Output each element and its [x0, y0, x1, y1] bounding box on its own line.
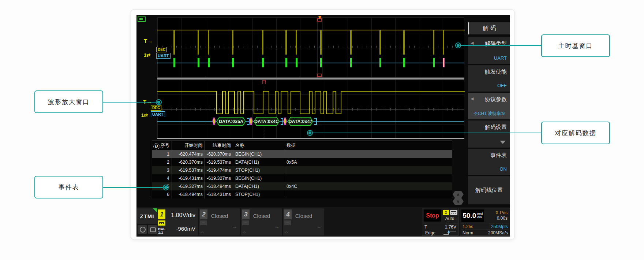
zoom-region-left-edge[interactable] [318, 18, 318, 77]
scroll-down-button[interactable]: ∨ [453, 198, 464, 205]
dec-label-main: DEC [156, 47, 167, 52]
ch4-minus-badge: – [284, 220, 291, 225]
zoom-region-right-edge[interactable] [322, 18, 322, 77]
trigger-level-label: T [424, 224, 427, 230]
menu-item-event-table[interactable]: 事件表 ON [468, 149, 510, 175]
decode-data-box: DATA:0x4C [254, 117, 280, 126]
menu-item-decode-settings[interactable]: 解码设置 [468, 120, 510, 148]
table-row[interactable]: 6 -618.494ms -618.431ms STOP(CH1) [152, 190, 452, 198]
ch3-sub: -:- [243, 230, 246, 234]
callout-line [312, 133, 541, 133]
event-table: B序号 开始时间 结束时间 名称 数据 1 -620.474ms -620.37… [152, 141, 452, 198]
ch1-waveform-main [157, 30, 465, 30]
rising-edge-icon [443, 230, 457, 235]
status-bar: ZTMI 1 BwL1:1 1.00V/div -960mV 2 – Close… [136, 207, 510, 237]
channel3-block[interactable]: 3 – Closed -- -:- [241, 208, 282, 235]
trigger-type: Edge [425, 230, 435, 235]
menu-item-trigger-enable[interactable]: 触发使能 OFF [468, 65, 510, 92]
menu-item-decode-type[interactable]: ◀ 解码类型 UART [468, 37, 510, 64]
scroll-up-button[interactable]: ∧ [453, 191, 464, 198]
callout-decode-data: 对应解码数据 [541, 122, 610, 144]
ch1-offset: -960mV [176, 226, 195, 232]
scope-mode-icon [138, 16, 146, 22]
window-span: 1.25s [463, 224, 473, 229]
callout-line [460, 45, 541, 46]
trigger-coupling-icon [450, 210, 457, 215]
callout-dot [156, 99, 162, 105]
trigger-level-marker-main[interactable]: T→ [144, 38, 153, 44]
trigger-panel[interactable]: Stop 1 Auto T 1.76V Edge [422, 208, 458, 236]
ch1-bandwidth: BwL1:1 [158, 227, 165, 234]
ch1-waveform-zoom [157, 79, 465, 138]
trigger-sweep-mode: Auto [441, 216, 458, 221]
uart-stop-marker-icon [281, 118, 283, 125]
menu-item-protocol-params[interactable]: ◀ 协议参数 圣CH1 波特率:9 [468, 93, 510, 119]
table-row[interactable]: 4 -619.431ms -619.327ms BEGIN(CH1) [152, 174, 452, 182]
ch4-state: Closed [283, 213, 324, 219]
ch4-sub: -:- [285, 230, 288, 234]
brand-logo: ZTMI [137, 208, 157, 224]
memory-depth: 250Mpts [491, 224, 508, 229]
table-row[interactable]: 2 -620.370ms -619.537ms DATA(CH1) 0x5A [152, 158, 452, 166]
channel2-block[interactable]: 2 – Closed -- -:- [199, 208, 240, 235]
oscilloscope-screen: ▼ T→ DEC 1⇄ UART ▼ ▽ DATA:0x5A [136, 15, 510, 237]
main-timebase-window [157, 18, 464, 78]
trigger-position-icon-main[interactable]: ▼ [317, 15, 322, 20]
callout-zoom-window: 波形放大窗口 [34, 90, 103, 113]
uart-label-main: UART [156, 53, 171, 59]
callout-dot [307, 130, 313, 136]
table-row[interactable]: 1 -620.474ms -620.370ms BEGIN(CH1) [152, 150, 452, 158]
ch2-value: -- [233, 224, 236, 230]
ch3-minus-badge: – [242, 220, 249, 225]
menu-item-decode-line-position[interactable]: 解码线位置 [468, 176, 510, 204]
run-stop-state[interactable]: Stop [424, 209, 441, 222]
ch4-value: -- [317, 224, 321, 230]
ch3-state: Closed [241, 213, 282, 219]
ch2-state: Closed [199, 213, 240, 219]
channel-marker-main: 1⇄ [144, 52, 150, 58]
table-row[interactable]: 5 -619.327ms -618.494ms DATA(CH1) 0x4C [152, 182, 452, 190]
menu-title: 解 码 [468, 22, 510, 34]
decode-data-box: DATA:0x47 [288, 117, 313, 126]
dropdown-arrow-icon [500, 141, 506, 144]
page: ▼ T→ DEC 1⇄ UART ▼ ▽ DATA:0x5A [0, 0, 644, 260]
callout-main-timebase: 主时基窗口 [541, 34, 610, 57]
channel1-block[interactable]: 1 BwL1:1 1.00V/div -960mV [157, 208, 198, 235]
acquire-mode: Norm [463, 230, 473, 235]
ch1-volts-per-div: 1.00V/div [171, 212, 195, 219]
event-table-header: B序号 开始时间 结束时间 名称 数据 [152, 141, 452, 150]
touch-icon-button[interactable] [138, 225, 147, 234]
ch1-badge: 1 [158, 209, 165, 219]
ch3-value: -- [275, 224, 278, 230]
timebase-panel[interactable]: 50.0 ms/div X-Pos 0.00s 1.25s 250Mpts No… [460, 208, 510, 236]
ch2-sub: -:- [201, 230, 204, 234]
zoom-window: DATA:0x5A DATA:0x4C DATA:0x47 [157, 78, 464, 139]
trigger-source-badge: 1 [443, 210, 449, 215]
callout-line [103, 102, 157, 103]
trigger-level-value: 1.76V [445, 224, 456, 230]
xpos-label: X-Pos [495, 210, 508, 215]
xpos-value: 0.00s [497, 216, 508, 221]
uart-stop-marker-icon [247, 118, 250, 125]
channel4-block[interactable]: 4 – Closed -- -:- [283, 208, 324, 235]
ch2-minus-badge: – [200, 220, 207, 225]
bus-icon: B [153, 143, 160, 149]
callout-event-table: 事件表 [34, 176, 103, 198]
zoom-region-bottom-bracket-icon [317, 74, 322, 77]
main-center-tickline [157, 46, 464, 48]
callout-dot [455, 42, 461, 48]
channel-marker-zoom: 1⇄ [141, 112, 148, 118]
table-row[interactable]: 3 -619.537ms -619.474ms STOP(CH1) [152, 166, 452, 174]
timebase-scale: 50.0 ms/div [461, 209, 484, 222]
uart-label-zoom: UART [151, 111, 165, 117]
gesture-icon-button[interactable] [148, 225, 157, 234]
dc-coupling-icon [158, 220, 165, 226]
left-arrow-icon: ◀ [471, 96, 473, 101]
uart-stop-marker-icon [314, 118, 317, 125]
decode-line-main [157, 63, 464, 63]
callout-dot [163, 185, 169, 190]
sample-rate: 200MSa/s [488, 230, 508, 235]
decode-data-box: DATA:0x5A [216, 117, 246, 126]
callout-line [103, 187, 164, 188]
dec-label-zoom: DEC [151, 105, 161, 111]
